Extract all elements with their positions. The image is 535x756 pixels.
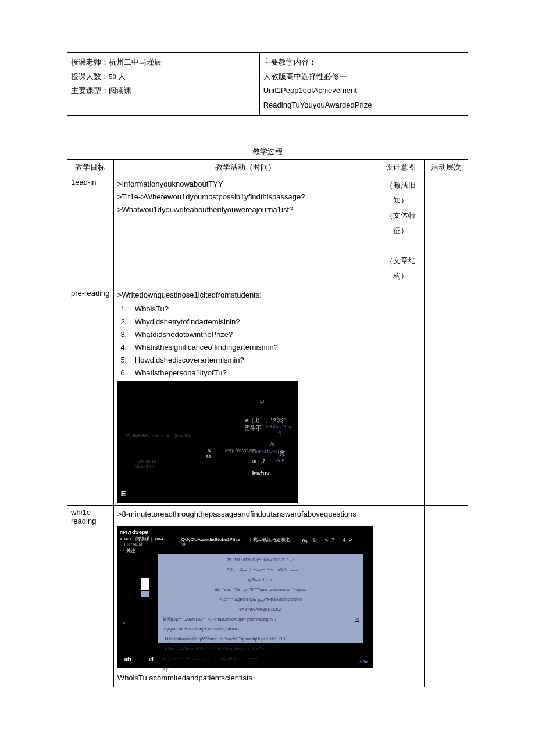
leadin-line2: >Tit1e->Wherewou1dyoumostpossib1yfindthi… — [117, 192, 305, 201]
img2-text: ≡ ['ˆ] — [158, 664, 363, 674]
img2-text: 溥 — [181, 541, 186, 548]
table-row: pre-reading >Writedownquestinose1icitedf… — [67, 286, 468, 506]
img1-text: NobelPre — [135, 463, 154, 471]
list-item: Whatisthepersona1ityofTu? — [129, 367, 373, 379]
img2-text: | MjbaNativr=moKqtqWCfimnr'.UnIVmoh1P'fg… — [158, 634, 363, 644]
img2-text: 25. Zd1bdT'9vDgYaXM-<VCS·2. 3 - c — [158, 555, 363, 565]
lesson-header-table: 授课老师：杭州二中马瑾辰 授课人数：50 人 主要课型：阅读课 主要教学内容： … — [67, 52, 468, 116]
img2-page-number: 4 — [355, 614, 359, 627]
img2-text: obl="uta=-'"Or…ρ ''*5'""'"'ua'e to corrc… — [158, 585, 363, 594]
img2-text: Id — [149, 655, 154, 664]
list-item: WhatdidshedotowinthePrize? — [129, 328, 373, 341]
img1-text: 需牛不 — [244, 423, 262, 433]
img2-text: ιd1 — [124, 655, 132, 664]
table-row: 1ead-in >InformationyouknowaboutTYY >Tit… — [67, 175, 468, 286]
img1-text: ar ι .7 — [252, 457, 266, 465]
col-activity: 教学活动（时间） — [113, 159, 377, 175]
pre-intro: >Writedownquestinose1icitedfromstudents: — [117, 291, 262, 299]
design-3: （文章结构） — [386, 256, 416, 280]
img2-text: 6q — [302, 537, 308, 545]
img1-text: fy. — [270, 440, 276, 449]
list-item: Whatisthesignificanceoffindingarternismi… — [129, 341, 373, 354]
list-item: WhoisTu? — [129, 303, 373, 316]
level-cell — [424, 286, 468, 506]
type-label: 主要课型： — [71, 86, 109, 95]
img2-text: g'Sk=•-.1 - .∙v — [158, 575, 363, 585]
content-line2: Unit1Peop1eofAchievement — [263, 86, 357, 95]
design-cell — [377, 286, 424, 506]
leadin-line1: >InformationyouknowaboutTYY — [117, 180, 223, 188]
design-2: （文体特征） — [386, 211, 416, 235]
teacher-label: 授课老师： — [71, 58, 109, 66]
embedded-screenshot-2: m47RiSep9 <B4U1 阅读课｜TuM Γ%7AiEM <4 关注 QU… — [117, 526, 373, 668]
img1-text: R — [260, 397, 265, 408]
img2-text: ▼ρ, .一 一 . .一, =.—. 入.\ . ・. . >y-<iF'.e… — [158, 654, 363, 664]
img2-text: w*'3"*nA√v%χixD1CKw — [158, 604, 363, 614]
img2-text: ｜杭二钱江马建联老 — [248, 536, 290, 544]
lesson-plan-table: 教学过程 教学目标 教学活动（时间） 设计意图 活动层次 1ead-in >In… — [67, 144, 468, 687]
img1-text: -AnP—, — [274, 457, 291, 465]
teacher-value: 杭州二中马瑾辰 — [109, 58, 162, 66]
type-value: 阅读课 — [109, 86, 131, 95]
table-title: 教学过程 — [67, 144, 468, 159]
img2-dot — [123, 622, 125, 624]
col-design: 设计意图 — [377, 159, 424, 175]
img2-text: KryQM9 -h ce d∩ bot\(re,n ∩M\Vi∖∩aHRH — [158, 624, 363, 634]
list-item: Whydidshetrytofindartemisinin? — [129, 316, 373, 328]
img1-text: 可 — [277, 429, 282, 437]
design-1: （激活旧知） — [386, 181, 416, 205]
img1-text: h%f1r7 — [252, 470, 270, 478]
while-line1: >8-minutetoreadthroughthepassageandfindo… — [117, 510, 356, 518]
img2-thumb — [141, 591, 149, 597]
img1-text: E — [121, 488, 126, 500]
while-tail: WhoisTu:acommitedandpatientscientists — [117, 673, 252, 682]
list-item: Howdidshediscoverartermismin? — [129, 354, 373, 367]
img2-text: 'Ψ二'"" \ aQEOSfQia'-gypTME8ValOOOOOYfi — [158, 594, 363, 604]
img2-text: >:4e — [358, 658, 368, 666]
content-line3: ReadingTuYouyouAwardedPrize — [263, 101, 372, 109]
img1-text: WhiteM&M / d'e-4 ri1> Qms My — [126, 432, 191, 440]
level-cell — [424, 175, 468, 286]
img2-text: …SN，` -4—' 〕一—一. *一-.r.u2u3 . —— — [158, 565, 363, 575]
img1-text: PAy.hWAMg* — [225, 446, 256, 455]
leadin-line3: >Whatwou1dyouwriteaboutherifyouwereajour… — [117, 205, 293, 214]
stage-prereading: pre-reading — [67, 286, 114, 506]
img2-panel: 25. Zd1bdT'9vDgYaXM-<VCS·2. 3 - c …SN，` … — [158, 554, 363, 643]
img2-text: [方案α.—i'w'larwcod`'be*∧一"obrol0ing.atlas… — [158, 644, 363, 654]
level-cell — [424, 506, 468, 687]
img2-toolbar-icons: © <? 4> — [313, 536, 356, 544]
embedded-screenshot-1: R e（出" ，"？我" 需牛不 fpAXar-11%- 可 WhiteM&M … — [117, 381, 298, 503]
content-line1: 人教版高中选择性必修一 — [263, 72, 347, 81]
col-level: 活动层次 — [424, 159, 468, 175]
table-row: whi1e-reading >8-minutetoreadthroughthep… — [67, 506, 468, 687]
img2-text: <4 关注 — [120, 547, 135, 555]
count-value: 50 人 — [109, 72, 126, 81]
design-cell — [377, 506, 424, 687]
stage-leadin: 1ead-in — [67, 175, 114, 286]
img1-text: -M — [205, 453, 211, 461]
count-label: 授课人数： — [71, 72, 109, 81]
img2-thumb — [141, 578, 149, 590]
stage-whilereading: whi1e-reading — [67, 506, 114, 687]
content-label: 主要教学内容： — [263, 58, 316, 66]
img2-text: 返回|B/β产.SArMTr28 * ' '征'-ofaBCmIIoAoadt\… — [158, 614, 363, 624]
col-goal: 教学目标 — [67, 159, 114, 175]
img2-text: QUyOUAwardedNobe1Prize — [181, 536, 240, 544]
